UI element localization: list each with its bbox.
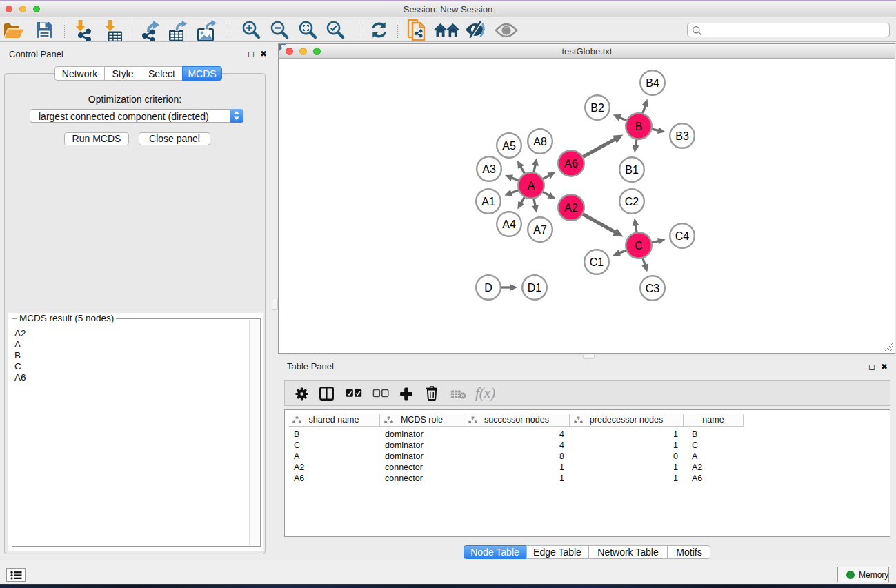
svg-text:B3: B3 xyxy=(675,130,689,142)
svg-text:A4: A4 xyxy=(502,219,516,230)
svg-text:C1: C1 xyxy=(590,256,604,268)
svg-text:A: A xyxy=(528,180,535,192)
svg-text:A7: A7 xyxy=(533,224,547,236)
svg-text:A8: A8 xyxy=(533,136,547,148)
svg-text:A6: A6 xyxy=(564,158,578,170)
svg-text:A5: A5 xyxy=(502,140,516,152)
svg-text:C3: C3 xyxy=(646,283,660,294)
svg-text:C2: C2 xyxy=(625,196,639,207)
svg-text:B1: B1 xyxy=(625,164,639,176)
svg-text:B2: B2 xyxy=(590,102,604,114)
svg-text:A1: A1 xyxy=(481,196,495,207)
svg-text:D1: D1 xyxy=(528,282,542,294)
svg-text:C4: C4 xyxy=(675,230,690,242)
svg-text:A2: A2 xyxy=(564,202,578,214)
svg-text:A3: A3 xyxy=(482,163,496,175)
svg-text:B: B xyxy=(635,121,643,132)
svg-text:C: C xyxy=(635,240,643,252)
svg-text:D: D xyxy=(484,282,492,294)
svg-text:B4: B4 xyxy=(646,77,659,89)
